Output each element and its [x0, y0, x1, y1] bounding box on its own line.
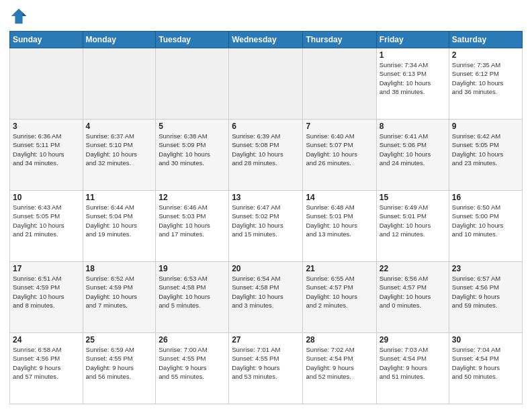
calendar-cell: 12Sunrise: 6:46 AM Sunset: 5:03 PM Dayli… [156, 191, 229, 262]
day-info: Sunrise: 6:57 AM Sunset: 4:56 PM Dayligh… [452, 274, 519, 310]
day-number: 12 [159, 193, 226, 202]
calendar-cell: 10Sunrise: 6:43 AM Sunset: 5:05 PM Dayli… [10, 191, 83, 262]
day-number: 16 [452, 193, 519, 202]
day-info: Sunrise: 6:53 AM Sunset: 4:58 PM Dayligh… [159, 274, 226, 310]
day-info: Sunrise: 6:40 AM Sunset: 5:07 PM Dayligh… [306, 132, 373, 167]
calendar-cell: 21Sunrise: 6:55 AM Sunset: 4:57 PM Dayli… [303, 262, 376, 333]
calendar-week-4: 17Sunrise: 6:51 AM Sunset: 4:59 PM Dayli… [10, 262, 523, 333]
day-info: Sunrise: 6:59 AM Sunset: 4:55 PM Dayligh… [86, 345, 153, 381]
day-number: 13 [232, 193, 300, 202]
calendar-cell: 14Sunrise: 6:48 AM Sunset: 5:01 PM Dayli… [303, 191, 376, 262]
calendar-cell: 1Sunrise: 7:34 AM Sunset: 6:13 PM Daylig… [376, 48, 449, 120]
calendar-cell: 9Sunrise: 6:42 AM Sunset: 5:05 PM Daylig… [449, 120, 522, 191]
day-number: 11 [86, 193, 153, 202]
calendar-cell: 18Sunrise: 6:52 AM Sunset: 4:59 PM Dayli… [83, 262, 156, 333]
weekday-header-saturday: Saturday [449, 32, 522, 48]
day-number: 2 [452, 50, 519, 60]
calendar-cell [10, 48, 83, 120]
calendar-cell: 27Sunrise: 7:01 AM Sunset: 4:55 PM Dayli… [229, 333, 303, 404]
day-info: Sunrise: 6:43 AM Sunset: 5:05 PM Dayligh… [13, 203, 80, 238]
calendar-cell: 30Sunrise: 7:04 AM Sunset: 4:54 PM Dayli… [449, 333, 522, 404]
day-info: Sunrise: 6:55 AM Sunset: 4:57 PM Dayligh… [306, 274, 373, 310]
day-number: 22 [380, 264, 446, 273]
calendar-cell: 2Sunrise: 7:35 AM Sunset: 6:12 PM Daylig… [449, 48, 522, 120]
calendar-cell [303, 48, 376, 120]
calendar-cell: 23Sunrise: 6:57 AM Sunset: 4:56 PM Dayli… [449, 262, 522, 333]
weekday-header-sunday: Sunday [10, 32, 83, 48]
weekday-header-monday: Monday [83, 32, 156, 48]
calendar-cell: 26Sunrise: 7:00 AM Sunset: 4:55 PM Dayli… [156, 333, 229, 404]
day-number: 17 [13, 264, 80, 273]
calendar-header: SundayMondayTuesdayWednesdayThursdayFrid… [10, 32, 523, 48]
day-info: Sunrise: 6:39 AM Sunset: 5:08 PM Dayligh… [232, 132, 300, 167]
calendar-cell: 16Sunrise: 6:50 AM Sunset: 5:00 PM Dayli… [449, 191, 522, 262]
day-info: Sunrise: 7:04 AM Sunset: 4:54 PM Dayligh… [452, 345, 519, 381]
calendar-cell [229, 48, 303, 120]
day-number: 8 [380, 122, 446, 131]
day-info: Sunrise: 7:34 AM Sunset: 6:13 PM Dayligh… [380, 60, 446, 96]
day-info: Sunrise: 6:36 AM Sunset: 5:11 PM Dayligh… [13, 132, 80, 167]
day-info: Sunrise: 6:56 AM Sunset: 4:57 PM Dayligh… [380, 274, 446, 310]
day-number: 29 [380, 335, 446, 345]
day-info: Sunrise: 7:02 AM Sunset: 4:54 PM Dayligh… [306, 345, 373, 381]
day-number: 19 [159, 264, 226, 273]
weekday-header-thursday: Thursday [303, 32, 376, 48]
calendar-week-5: 24Sunrise: 6:58 AM Sunset: 4:56 PM Dayli… [10, 333, 523, 404]
calendar-cell: 3Sunrise: 6:36 AM Sunset: 5:11 PM Daylig… [10, 120, 83, 191]
calendar-cell: 20Sunrise: 6:54 AM Sunset: 4:58 PM Dayli… [229, 262, 303, 333]
header [9, 7, 523, 26]
calendar-cell: 13Sunrise: 6:47 AM Sunset: 5:02 PM Dayli… [229, 191, 303, 262]
calendar-cell: 11Sunrise: 6:44 AM Sunset: 5:04 PM Dayli… [83, 191, 156, 262]
calendar-cell: 15Sunrise: 6:49 AM Sunset: 5:01 PM Dayli… [376, 191, 449, 262]
day-number: 7 [306, 122, 373, 131]
logo-icon [9, 7, 28, 26]
day-number: 23 [452, 264, 519, 273]
day-number: 9 [452, 122, 519, 131]
day-info: Sunrise: 6:37 AM Sunset: 5:10 PM Dayligh… [86, 132, 153, 167]
day-info: Sunrise: 7:01 AM Sunset: 4:55 PM Dayligh… [232, 345, 300, 381]
calendar-cell: 4Sunrise: 6:37 AM Sunset: 5:10 PM Daylig… [83, 120, 156, 191]
day-number: 1 [380, 50, 446, 60]
calendar-cell [156, 48, 229, 120]
calendar-cell: 5Sunrise: 6:38 AM Sunset: 5:09 PM Daylig… [156, 120, 229, 191]
calendar-cell: 6Sunrise: 6:39 AM Sunset: 5:08 PM Daylig… [229, 120, 303, 191]
calendar-cell: 25Sunrise: 6:59 AM Sunset: 4:55 PM Dayli… [83, 333, 156, 404]
day-number: 5 [159, 122, 226, 131]
day-number: 30 [452, 335, 519, 345]
day-info: Sunrise: 6:44 AM Sunset: 5:04 PM Dayligh… [86, 203, 153, 238]
day-info: Sunrise: 6:49 AM Sunset: 5:01 PM Dayligh… [380, 203, 446, 238]
day-number: 4 [86, 122, 153, 131]
logo [9, 7, 31, 26]
calendar-cell: 19Sunrise: 6:53 AM Sunset: 4:58 PM Dayli… [156, 262, 229, 333]
day-info: Sunrise: 6:58 AM Sunset: 4:56 PM Dayligh… [13, 345, 80, 381]
day-number: 18 [86, 264, 153, 273]
day-info: Sunrise: 6:47 AM Sunset: 5:02 PM Dayligh… [232, 203, 300, 238]
day-number: 3 [13, 122, 80, 131]
day-number: 25 [86, 335, 153, 345]
calendar-week-3: 10Sunrise: 6:43 AM Sunset: 5:05 PM Dayli… [10, 191, 523, 262]
day-info: Sunrise: 6:38 AM Sunset: 5:09 PM Dayligh… [159, 132, 226, 167]
calendar-cell [83, 48, 156, 120]
day-info: Sunrise: 6:46 AM Sunset: 5:03 PM Dayligh… [159, 203, 226, 238]
day-info: Sunrise: 6:50 AM Sunset: 5:00 PM Dayligh… [452, 203, 519, 238]
weekday-header-friday: Friday [376, 32, 449, 48]
day-info: Sunrise: 7:03 AM Sunset: 4:54 PM Dayligh… [380, 345, 446, 381]
day-number: 15 [380, 193, 446, 202]
calendar-cell: 8Sunrise: 6:41 AM Sunset: 5:06 PM Daylig… [376, 120, 449, 191]
day-number: 10 [13, 193, 80, 202]
svg-marker-1 [23, 12, 27, 16]
day-number: 6 [232, 122, 300, 131]
calendar-week-2: 3Sunrise: 6:36 AM Sunset: 5:11 PM Daylig… [10, 120, 523, 191]
calendar-cell: 28Sunrise: 7:02 AM Sunset: 4:54 PM Dayli… [303, 333, 376, 404]
calendar-cell: 29Sunrise: 7:03 AM Sunset: 4:54 PM Dayli… [376, 333, 449, 404]
day-info: Sunrise: 7:00 AM Sunset: 4:55 PM Dayligh… [159, 345, 226, 381]
day-number: 24 [13, 335, 80, 345]
day-number: 20 [232, 264, 300, 273]
calendar-cell: 24Sunrise: 6:58 AM Sunset: 4:56 PM Dayli… [10, 333, 83, 404]
weekday-header-tuesday: Tuesday [156, 32, 229, 48]
day-number: 28 [306, 335, 373, 345]
page: SundayMondayTuesdayWednesdayThursdayFrid… [0, 0, 532, 411]
calendar-body: 1Sunrise: 7:34 AM Sunset: 6:13 PM Daylig… [10, 48, 523, 404]
day-info: Sunrise: 6:48 AM Sunset: 5:01 PM Dayligh… [306, 203, 373, 238]
weekday-header-wednesday: Wednesday [229, 32, 303, 48]
